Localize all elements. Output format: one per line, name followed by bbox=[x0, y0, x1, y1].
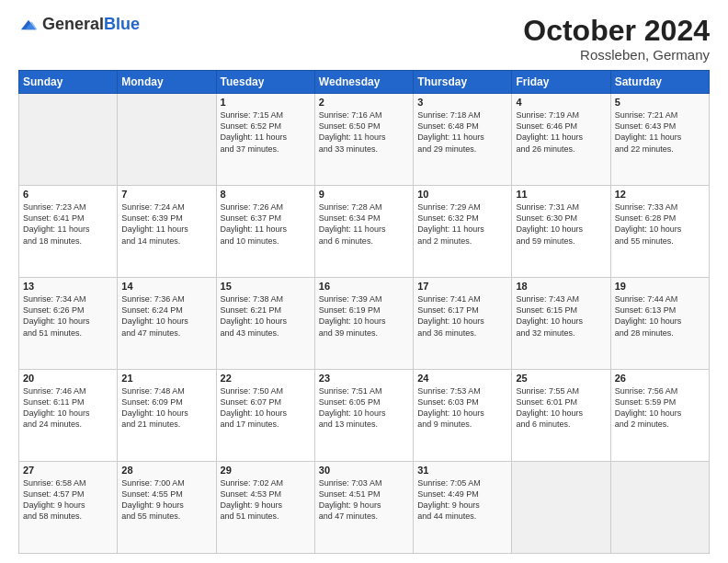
col-sunday: Sunday bbox=[19, 71, 118, 94]
day-info: Sunrise: 7:50 AM Sunset: 6:07 PM Dayligh… bbox=[221, 385, 311, 431]
day-info: Sunrise: 7:28 AM Sunset: 6:34 PM Dayligh… bbox=[319, 201, 409, 247]
day-number: 4 bbox=[516, 97, 606, 108]
day-number: 26 bbox=[615, 373, 705, 384]
day-number: 3 bbox=[417, 97, 507, 108]
calendar-cell: 1Sunrise: 7:15 AM Sunset: 6:52 PM Daylig… bbox=[216, 94, 314, 186]
day-number: 12 bbox=[615, 189, 705, 200]
calendar-cell: 22Sunrise: 7:50 AM Sunset: 6:07 PM Dayli… bbox=[216, 370, 314, 462]
calendar-cell: 19Sunrise: 7:44 AM Sunset: 6:13 PM Dayli… bbox=[610, 278, 709, 370]
calendar-cell: 31Sunrise: 7:05 AM Sunset: 4:49 PM Dayli… bbox=[414, 462, 512, 554]
day-number: 25 bbox=[516, 373, 606, 384]
day-info: Sunrise: 7:31 AM Sunset: 6:30 PM Dayligh… bbox=[516, 201, 606, 247]
day-info: Sunrise: 7:39 AM Sunset: 6:19 PM Dayligh… bbox=[319, 293, 409, 339]
day-info: Sunrise: 7:02 AM Sunset: 4:53 PM Dayligh… bbox=[221, 477, 311, 523]
day-number: 9 bbox=[319, 189, 409, 200]
calendar-cell: 26Sunrise: 7:56 AM Sunset: 5:59 PM Dayli… bbox=[610, 370, 709, 462]
logo-blue-text: Blue bbox=[104, 15, 140, 33]
day-number: 30 bbox=[319, 465, 409, 476]
calendar-cell: 18Sunrise: 7:43 AM Sunset: 6:15 PM Dayli… bbox=[512, 278, 610, 370]
day-number: 28 bbox=[121, 465, 211, 476]
calendar-cell: 27Sunrise: 6:58 AM Sunset: 4:57 PM Dayli… bbox=[19, 462, 118, 554]
week-row-4: 27Sunrise: 6:58 AM Sunset: 4:57 PM Dayli… bbox=[19, 462, 710, 554]
day-number: 31 bbox=[417, 465, 507, 476]
day-info: Sunrise: 7:43 AM Sunset: 6:15 PM Dayligh… bbox=[516, 293, 606, 339]
calendar-cell: 25Sunrise: 7:55 AM Sunset: 6:01 PM Dayli… bbox=[512, 370, 610, 462]
calendar-cell: 28Sunrise: 7:00 AM Sunset: 4:55 PM Dayli… bbox=[118, 462, 216, 554]
calendar-cell: 30Sunrise: 7:03 AM Sunset: 4:51 PM Dayli… bbox=[314, 462, 413, 554]
week-row-3: 20Sunrise: 7:46 AM Sunset: 6:11 PM Dayli… bbox=[19, 370, 710, 462]
col-friday: Friday bbox=[512, 71, 610, 94]
day-number: 8 bbox=[221, 189, 311, 200]
day-info: Sunrise: 7:36 AM Sunset: 6:24 PM Dayligh… bbox=[121, 293, 211, 339]
week-row-2: 13Sunrise: 7:34 AM Sunset: 6:26 PM Dayli… bbox=[19, 278, 710, 370]
day-info: Sunrise: 6:58 AM Sunset: 4:57 PM Dayligh… bbox=[23, 477, 113, 523]
calendar-cell bbox=[610, 462, 709, 554]
day-number: 20 bbox=[23, 373, 113, 384]
day-info: Sunrise: 7:33 AM Sunset: 6:28 PM Dayligh… bbox=[615, 201, 705, 247]
day-info: Sunrise: 7:55 AM Sunset: 6:01 PM Dayligh… bbox=[516, 385, 606, 431]
day-info: Sunrise: 7:41 AM Sunset: 6:17 PM Dayligh… bbox=[417, 293, 507, 339]
day-info: Sunrise: 7:00 AM Sunset: 4:55 PM Dayligh… bbox=[121, 477, 211, 523]
col-thursday: Thursday bbox=[414, 71, 512, 94]
col-wednesday: Wednesday bbox=[314, 71, 413, 94]
day-info: Sunrise: 7:19 AM Sunset: 6:46 PM Dayligh… bbox=[516, 109, 606, 155]
day-number: 21 bbox=[121, 373, 211, 384]
calendar-cell: 9Sunrise: 7:28 AM Sunset: 6:34 PM Daylig… bbox=[314, 186, 413, 278]
calendar-cell: 6Sunrise: 7:23 AM Sunset: 6:41 PM Daylig… bbox=[19, 186, 118, 278]
calendar-cell: 3Sunrise: 7:18 AM Sunset: 6:48 PM Daylig… bbox=[414, 94, 512, 186]
header-row: Sunday Monday Tuesday Wednesday Thursday… bbox=[19, 71, 710, 94]
logo: GeneralBlue bbox=[18, 15, 140, 35]
week-row-1: 6Sunrise: 7:23 AM Sunset: 6:41 PM Daylig… bbox=[19, 186, 710, 278]
day-number: 7 bbox=[121, 189, 211, 200]
day-number: 29 bbox=[221, 465, 311, 476]
day-info: Sunrise: 7:21 AM Sunset: 6:43 PM Dayligh… bbox=[615, 109, 705, 155]
day-number: 22 bbox=[221, 373, 311, 384]
calendar-cell: 10Sunrise: 7:29 AM Sunset: 6:32 PM Dayli… bbox=[414, 186, 512, 278]
day-info: Sunrise: 7:53 AM Sunset: 6:03 PM Dayligh… bbox=[417, 385, 507, 431]
calendar-table: Sunday Monday Tuesday Wednesday Thursday… bbox=[18, 70, 710, 554]
calendar-cell bbox=[512, 462, 610, 554]
day-number: 16 bbox=[319, 281, 409, 292]
logo-general-text: General bbox=[42, 15, 104, 33]
calendar-cell: 12Sunrise: 7:33 AM Sunset: 6:28 PM Dayli… bbox=[610, 186, 709, 278]
day-info: Sunrise: 7:24 AM Sunset: 6:39 PM Dayligh… bbox=[121, 201, 211, 247]
calendar-cell: 5Sunrise: 7:21 AM Sunset: 6:43 PM Daylig… bbox=[610, 94, 709, 186]
calendar-cell: 16Sunrise: 7:39 AM Sunset: 6:19 PM Dayli… bbox=[314, 278, 413, 370]
calendar-cell bbox=[118, 94, 216, 186]
day-info: Sunrise: 7:56 AM Sunset: 5:59 PM Dayligh… bbox=[615, 385, 705, 431]
day-number: 1 bbox=[221, 97, 311, 108]
calendar-cell: 29Sunrise: 7:02 AM Sunset: 4:53 PM Dayli… bbox=[216, 462, 314, 554]
day-number: 13 bbox=[23, 281, 113, 292]
day-number: 18 bbox=[516, 281, 606, 292]
day-info: Sunrise: 7:03 AM Sunset: 4:51 PM Dayligh… bbox=[319, 477, 409, 523]
day-number: 10 bbox=[417, 189, 507, 200]
day-info: Sunrise: 7:34 AM Sunset: 6:26 PM Dayligh… bbox=[23, 293, 113, 339]
calendar-cell: 7Sunrise: 7:24 AM Sunset: 6:39 PM Daylig… bbox=[118, 186, 216, 278]
day-info: Sunrise: 7:18 AM Sunset: 6:48 PM Dayligh… bbox=[417, 109, 507, 155]
day-number: 6 bbox=[23, 189, 113, 200]
calendar-cell: 8Sunrise: 7:26 AM Sunset: 6:37 PM Daylig… bbox=[216, 186, 314, 278]
day-info: Sunrise: 7:29 AM Sunset: 6:32 PM Dayligh… bbox=[417, 201, 507, 247]
logo-icon bbox=[18, 15, 39, 35]
calendar-cell: 24Sunrise: 7:53 AM Sunset: 6:03 PM Dayli… bbox=[414, 370, 512, 462]
day-number: 15 bbox=[221, 281, 311, 292]
calendar-cell: 13Sunrise: 7:34 AM Sunset: 6:26 PM Dayli… bbox=[19, 278, 118, 370]
header: GeneralBlue October 2024 Rossleben, Germ… bbox=[18, 15, 710, 63]
day-info: Sunrise: 7:46 AM Sunset: 6:11 PM Dayligh… bbox=[23, 385, 113, 431]
calendar-cell: 20Sunrise: 7:46 AM Sunset: 6:11 PM Dayli… bbox=[19, 370, 118, 462]
day-number: 5 bbox=[615, 97, 705, 108]
calendar-cell: 2Sunrise: 7:16 AM Sunset: 6:50 PM Daylig… bbox=[314, 94, 413, 186]
calendar-page: GeneralBlue October 2024 Rossleben, Germ… bbox=[0, 0, 728, 563]
day-info: Sunrise: 7:38 AM Sunset: 6:21 PM Dayligh… bbox=[221, 293, 311, 339]
month-title: October 2024 bbox=[523, 15, 710, 47]
day-info: Sunrise: 7:23 AM Sunset: 6:41 PM Dayligh… bbox=[23, 201, 113, 247]
day-number: 19 bbox=[615, 281, 705, 292]
day-info: Sunrise: 7:48 AM Sunset: 6:09 PM Dayligh… bbox=[121, 385, 211, 431]
day-number: 17 bbox=[417, 281, 507, 292]
day-info: Sunrise: 7:44 AM Sunset: 6:13 PM Dayligh… bbox=[615, 293, 705, 339]
day-number: 14 bbox=[121, 281, 211, 292]
col-tuesday: Tuesday bbox=[216, 71, 314, 94]
day-number: 11 bbox=[516, 189, 606, 200]
calendar-cell: 4Sunrise: 7:19 AM Sunset: 6:46 PM Daylig… bbox=[512, 94, 610, 186]
calendar-cell: 15Sunrise: 7:38 AM Sunset: 6:21 PM Dayli… bbox=[216, 278, 314, 370]
